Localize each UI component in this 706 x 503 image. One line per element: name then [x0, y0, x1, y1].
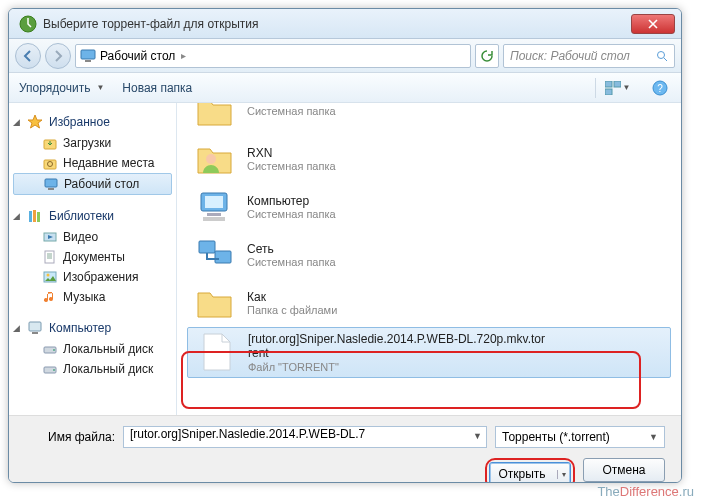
video-icon — [43, 230, 57, 244]
back-button[interactable] — [15, 43, 41, 69]
svg-point-24 — [53, 349, 55, 351]
recent-icon — [43, 156, 57, 170]
sidebar-computer[interactable]: ◢ Компьютер — [9, 317, 176, 339]
dropdown-icon: ▼ — [649, 432, 658, 442]
desktop-icon — [80, 49, 96, 63]
svg-rect-18 — [45, 251, 54, 263]
filename-label: Имя файла: — [25, 430, 115, 444]
collapse-icon: ◢ — [13, 323, 20, 333]
svg-rect-12 — [45, 179, 57, 187]
svg-rect-1 — [81, 50, 95, 59]
list-item[interactable]: RXNСистемная папка — [187, 135, 671, 183]
svg-rect-31 — [203, 217, 225, 221]
search-icon — [656, 50, 668, 62]
svg-text:?: ? — [657, 83, 663, 94]
sidebar-item-desktop[interactable]: Рабочий стол — [13, 173, 172, 195]
user-folder-icon — [195, 141, 235, 177]
svg-rect-33 — [215, 251, 231, 263]
help-button[interactable]: ? — [649, 78, 671, 98]
svg-point-26 — [53, 369, 55, 371]
computer-icon — [27, 320, 43, 336]
cancel-button[interactable]: Отмена — [583, 458, 665, 482]
svg-rect-21 — [29, 322, 41, 331]
new-folder-button[interactable]: Новая папка — [122, 81, 192, 95]
folder-icon — [195, 103, 235, 129]
sidebar-item-music[interactable]: Музыка — [9, 287, 176, 307]
file-list: Системная папка RXNСистемная папка Компь… — [177, 103, 681, 415]
folder-icon — [195, 285, 235, 321]
sidebar: ◢ Избранное Загрузки Недавние места Рабо… — [9, 103, 177, 415]
address-bar[interactable]: Рабочий стол ▸ — [75, 44, 471, 68]
collapse-icon: ◢ — [13, 211, 20, 221]
documents-icon — [43, 250, 57, 264]
file-icon — [196, 332, 236, 372]
breadcrumb-location: Рабочий стол — [100, 49, 175, 63]
filename-input[interactable]: [rutor.org]Sniper.Nasledie.2014.P.WEB-DL… — [123, 426, 487, 448]
svg-rect-6 — [605, 89, 612, 95]
list-item[interactable]: Системная папка — [187, 103, 671, 135]
svg-point-20 — [47, 274, 50, 277]
organize-menu[interactable]: Упорядочить ▼ — [19, 81, 104, 95]
dialog-title: Выберите торрент-файл для открытия — [43, 17, 631, 31]
sidebar-item-documents[interactable]: Документы — [9, 247, 176, 267]
view-mode-button[interactable]: ▼ — [595, 78, 631, 98]
svg-rect-22 — [32, 332, 38, 334]
sidebar-item-recent[interactable]: Недавние места — [9, 153, 176, 173]
svg-rect-2 — [85, 60, 91, 62]
watermark: TheDifference.ru — [597, 484, 694, 499]
svg-rect-32 — [199, 241, 215, 253]
disk-icon — [43, 342, 57, 356]
list-item[interactable]: КакПапка с файлами — [187, 279, 671, 327]
svg-rect-15 — [33, 210, 36, 222]
disk-icon — [43, 362, 57, 376]
forward-button[interactable] — [45, 43, 71, 69]
svg-rect-29 — [205, 196, 223, 208]
svg-rect-5 — [614, 81, 621, 87]
chevron-right-icon: ▸ — [181, 50, 186, 61]
list-item[interactable]: КомпьютерСистемная папка — [187, 183, 671, 231]
search-input[interactable]: Поиск: Рабочий стол — [503, 44, 675, 68]
list-item-selected[interactable]: [rutor.org]Sniper.Nasledie.2014.P.WEB-DL… — [187, 327, 671, 378]
sidebar-item-disk[interactable]: Локальный диск — [9, 339, 176, 359]
navbar: Рабочий стол ▸ Поиск: Рабочий стол — [9, 39, 681, 73]
sidebar-item-downloads[interactable]: Загрузки — [9, 133, 176, 153]
sidebar-item-video[interactable]: Видео — [9, 227, 176, 247]
music-icon — [43, 290, 57, 304]
titlebar: Выберите торрент-файл для открытия — [9, 9, 681, 39]
collapse-icon: ◢ — [13, 117, 20, 127]
filter-dropdown[interactable]: Торренты (*.torrent) ▼ — [495, 426, 665, 448]
svg-rect-13 — [48, 188, 54, 190]
pictures-icon — [43, 270, 57, 284]
library-icon — [27, 208, 43, 224]
sidebar-favorites[interactable]: ◢ Избранное — [9, 111, 176, 133]
open-button[interactable]: Открыть — [489, 462, 571, 483]
refresh-button[interactable] — [475, 44, 499, 68]
svg-rect-14 — [29, 211, 32, 222]
footer: Имя файла: [rutor.org]Sniper.Nasledie.20… — [9, 415, 681, 483]
sidebar-item-pictures[interactable]: Изображения — [9, 267, 176, 287]
highlight-annotation: Открыть — [485, 458, 575, 483]
svg-point-3 — [658, 51, 665, 58]
svg-rect-30 — [207, 213, 221, 216]
toolbar: Упорядочить ▼ Новая папка ▼ ? — [9, 73, 681, 103]
list-item[interactable]: СетьСистемная папка — [187, 231, 671, 279]
close-button[interactable] — [631, 14, 675, 34]
file-dialog: Выберите торрент-файл для открытия Рабоч… — [8, 8, 682, 483]
desktop-icon — [44, 178, 58, 190]
computer-icon — [195, 189, 235, 225]
svg-rect-16 — [37, 212, 40, 222]
search-placeholder: Поиск: Рабочий стол — [510, 49, 630, 63]
sidebar-libraries[interactable]: ◢ Библиотеки — [9, 205, 176, 227]
dropdown-icon[interactable]: ▼ — [473, 431, 482, 441]
app-icon — [19, 15, 37, 33]
sidebar-item-disk[interactable]: Локальный диск — [9, 359, 176, 379]
downloads-icon — [43, 136, 57, 150]
svg-rect-4 — [605, 81, 612, 87]
network-icon — [195, 237, 235, 273]
star-icon — [27, 114, 43, 130]
svg-point-27 — [206, 154, 216, 164]
